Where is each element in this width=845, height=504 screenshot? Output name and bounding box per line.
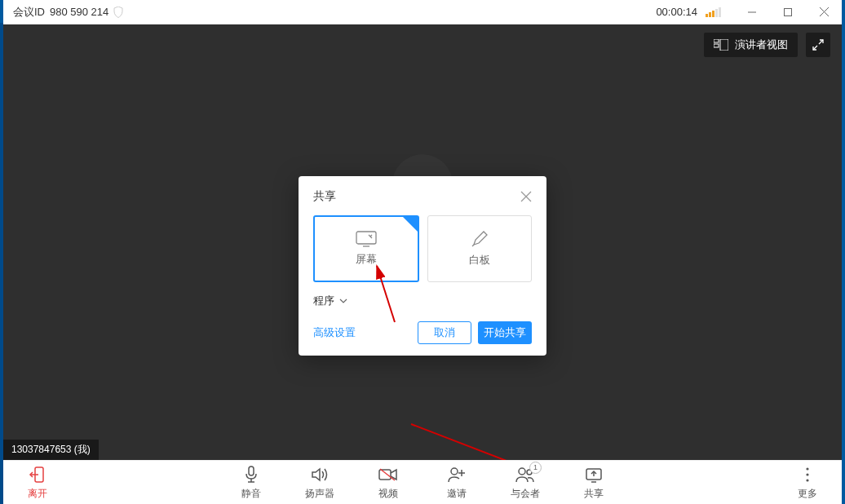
video-area: 演讲者视图 anxz.com 13037847653 (我) 共享 屏幕 <box>3 24 842 460</box>
chevron-down-icon <box>339 298 347 303</box>
speaker-label: 扬声器 <box>305 487 334 501</box>
invite-button[interactable]: 邀请 <box>434 465 480 501</box>
close-button[interactable] <box>806 0 842 24</box>
bottom-toolbar: 离开 静音 扬声器 视频 邀请 与会者 <box>3 460 842 504</box>
screen-icon <box>356 231 377 247</box>
more-icon <box>806 465 809 484</box>
speaker-icon <box>311 465 329 484</box>
fullscreen-button[interactable] <box>806 33 830 57</box>
share-option-screen-label: 屏幕 <box>356 252 377 267</box>
svg-line-14 <box>472 245 474 246</box>
share-label: 共享 <box>584 487 604 501</box>
leave-button[interactable]: 离开 <box>15 465 60 501</box>
svg-point-33 <box>806 473 808 475</box>
svg-point-28 <box>527 470 532 475</box>
svg-line-8 <box>813 46 817 50</box>
cancel-button[interactable]: 取消 <box>418 321 471 344</box>
invite-label: 邀请 <box>447 487 467 501</box>
maximize-button[interactable] <box>770 0 806 24</box>
svg-point-32 <box>806 467 808 470</box>
advanced-settings-link[interactable]: 高级设置 <box>313 325 356 340</box>
microphone-icon <box>243 465 259 484</box>
pencil-icon <box>471 230 489 248</box>
mute-label: 静音 <box>241 487 261 501</box>
close-icon[interactable] <box>520 191 532 202</box>
svg-rect-19 <box>249 466 254 475</box>
video-label: 视频 <box>378 487 398 501</box>
layout-icon <box>714 39 728 51</box>
speaker-view-button[interactable]: 演讲者视图 <box>704 33 798 57</box>
start-share-button[interactable]: 开始共享 <box>478 321 532 344</box>
more-label: 更多 <box>798 487 817 501</box>
dialog-title: 共享 <box>313 189 336 204</box>
share-option-whiteboard[interactable]: 白板 <box>427 215 532 282</box>
participants-label: 与会者 <box>511 487 540 501</box>
invite-icon <box>448 465 466 484</box>
minimize-button[interactable] <box>734 0 770 24</box>
svg-line-16 <box>411 424 570 460</box>
leave-icon <box>29 465 46 484</box>
meeting-id-label: 会议ID <box>13 5 45 20</box>
meeting-timer: 00:00:14 <box>656 6 697 18</box>
participant-name-tag: 13037847653 (我) <box>3 440 99 460</box>
svg-rect-22 <box>379 470 391 480</box>
signal-icon <box>706 7 721 17</box>
share-option-whiteboard-label: 白板 <box>469 253 490 267</box>
share-icon <box>585 465 603 484</box>
svg-point-24 <box>451 468 458 475</box>
svg-rect-6 <box>714 44 719 47</box>
share-option-screen[interactable]: 屏幕 <box>313 215 419 282</box>
mute-button[interactable]: 静音 <box>228 465 274 501</box>
svg-rect-4 <box>714 39 719 42</box>
share-button[interactable]: 共享 <box>571 465 617 501</box>
svg-point-27 <box>519 468 525 475</box>
leave-label: 离开 <box>28 487 47 501</box>
programs-label: 程序 <box>313 294 334 308</box>
programs-row[interactable]: 程序 <box>313 294 532 308</box>
shield-icon <box>113 7 123 18</box>
svg-point-34 <box>806 479 808 481</box>
svg-rect-1 <box>785 8 792 15</box>
titlebar: 会议ID 980 590 214 00:00:14 <box>3 0 842 24</box>
speaker-button[interactable]: 扬声器 <box>297 465 343 501</box>
speaker-view-label: 演讲者视图 <box>735 38 788 52</box>
svg-rect-5 <box>720 39 728 51</box>
svg-line-23 <box>380 469 395 480</box>
participants-button[interactable]: 与会者 <box>502 465 548 501</box>
meeting-window: 会议ID 980 590 214 00:00:14 演讲者视图 anxz.com <box>3 0 842 504</box>
participants-icon <box>515 465 535 484</box>
svg-line-7 <box>819 40 823 44</box>
share-dialog: 共享 屏幕 白板 程序 高级设置 <box>299 176 546 356</box>
meeting-id: 会议ID 980 590 214 <box>13 5 123 20</box>
meeting-id-value: 980 590 214 <box>50 6 108 18</box>
video-button[interactable]: 视频 <box>365 465 411 501</box>
more-button[interactable]: 更多 <box>785 465 830 501</box>
camera-off-icon <box>378 465 398 484</box>
svg-rect-12 <box>356 232 376 244</box>
